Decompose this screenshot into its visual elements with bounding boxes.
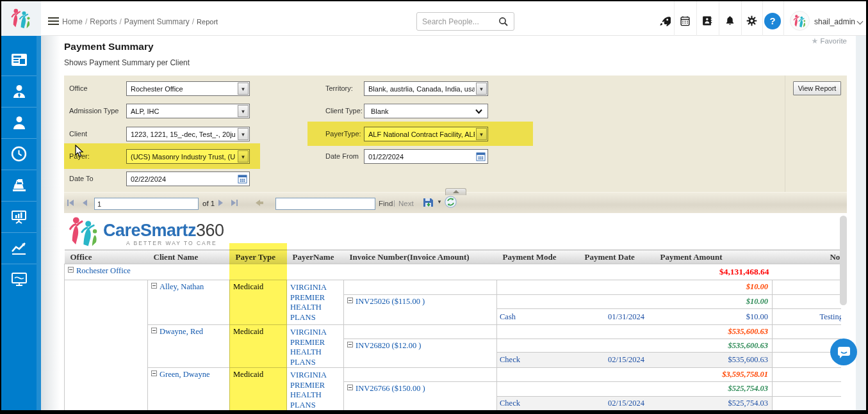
back-to-parent-button[interactable]: [256, 200, 263, 206]
dropdown-arrow-icon[interactable]: ▼: [476, 128, 487, 140]
col-invoice-number[interactable]: Invoice Number(Invoice Amount): [344, 250, 497, 264]
next-page-button[interactable]: [218, 200, 223, 206]
page-count-label: of 1: [202, 200, 215, 207]
table-header-row: Office Client Name Payer Type PayerName …: [65, 250, 842, 264]
sidebar-item-portal[interactable]: [1, 264, 37, 295]
col-client-name[interactable]: Client Name: [148, 250, 230, 264]
col-office[interactable]: Office: [65, 250, 148, 264]
sidebar-item-training[interactable]: [1, 201, 37, 232]
dropdown-arrow-icon[interactable]: ▼: [238, 83, 249, 95]
admission-type-label: Admission Type: [69, 107, 119, 115]
sidebar-item-clients[interactable]: [1, 107, 37, 138]
breadcrumb-reports[interactable]: Reports: [90, 17, 117, 26]
sidebar-scrollbar[interactable]: [37, 36, 41, 410]
parameters-collapse-tab[interactable]: [445, 188, 466, 195]
collapse-icon[interactable]: [347, 298, 353, 303]
username-label[interactable]: shail_admin: [814, 17, 855, 26]
col-payer-name[interactable]: PayerName: [287, 250, 344, 264]
client-dropdown[interactable]: 1223, 1221, 15_-dec, Test_-, 20ju▼: [126, 127, 250, 141]
user-avatar[interactable]: [790, 11, 810, 31]
dropdown-arrow-icon[interactable]: ▼: [238, 128, 249, 140]
mouse-cursor: [75, 145, 84, 157]
sidebar-item-dashboard[interactable]: [1, 44, 37, 76]
dropdown-arrow-icon[interactable]: ▼: [238, 105, 249, 117]
col-notes[interactable]: Notes: [773, 250, 842, 264]
date-from-label: Date From: [325, 152, 359, 160]
client-name[interactable]: Alley, Nathan: [160, 282, 204, 291]
report-scrollbar-thumb[interactable]: [840, 216, 847, 305]
payer-type-label: PayerType:: [325, 130, 361, 138]
export-save-icon[interactable]: [423, 197, 434, 211]
date-from-input[interactable]: 01/22/2024: [364, 149, 488, 164]
client-name[interactable]: Dwayne, Red: [160, 327, 203, 336]
collapse-icon[interactable]: [68, 267, 74, 273]
chat-widget-button[interactable]: [830, 338, 857, 365]
sidebar-item-caregivers[interactable]: [1, 76, 37, 107]
collapse-icon[interactable]: [151, 370, 157, 376]
collapse-icon[interactable]: [151, 283, 157, 289]
dropdown-arrow-icon[interactable]: ▼: [238, 150, 249, 163]
view-report-button[interactable]: View Report: [793, 81, 841, 95]
next-button[interactable]: Next: [398, 200, 414, 207]
sidebar-item-scheduling[interactable]: [1, 138, 37, 170]
favorite-toggle[interactable]: ★ Favorite: [762, 36, 847, 45]
refresh-icon[interactable]: [445, 196, 457, 211]
breadcrumb-payment-summary[interactable]: Payment Summary: [124, 17, 190, 26]
current-page-input[interactable]: [94, 198, 199, 210]
breadcrumb-home[interactable]: Home: [62, 17, 83, 26]
collapse-icon[interactable]: [151, 328, 157, 333]
col-payment-amount[interactable]: Payment Amount: [654, 250, 773, 264]
invoice-number[interactable]: INV26766 ($150.00 ): [356, 384, 425, 393]
export-dropdown-caret[interactable]: ▼: [437, 199, 442, 205]
payer-name-cell: VIRGINIA PREMIER HEALTH PLANS: [287, 325, 344, 368]
last-page-button[interactable]: [231, 200, 238, 206]
col-payment-date[interactable]: Payment Date: [584, 250, 654, 264]
menu-hamburger-icon[interactable]: [48, 17, 59, 25]
payment-date: 02/15/2024: [584, 353, 654, 368]
sidebar-item-billing[interactable]: [1, 170, 37, 201]
payer-dropdown[interactable]: (UCS) Masonry Industry Trust, (U▼: [126, 149, 250, 164]
calendar-icon[interactable]: [680, 15, 691, 29]
find-text-input[interactable]: [275, 198, 375, 210]
quick-launch-rocket-icon[interactable]: [659, 15, 671, 29]
invoice-number[interactable]: INV25026 ($115.00 ): [356, 297, 425, 306]
caresmartz-logo-icon: [10, 8, 33, 29]
client-name[interactable]: Green, Dwayne: [160, 370, 209, 379]
header-divider: [719, 1, 719, 36]
invoice-number[interactable]: INV26820 ($12.00 ): [356, 341, 421, 350]
notifications-bell-icon[interactable]: [725, 15, 735, 29]
territory-dropdown[interactable]: Blank, austrlia, Canada, India, usa▼: [364, 81, 488, 96]
calendar-picker-icon[interactable]: [238, 174, 247, 184]
settings-gear-icon[interactable]: [746, 15, 757, 29]
office-dropdown[interactable]: Rochester Office▼: [126, 81, 250, 96]
contacts-icon[interactable]: [701, 15, 712, 29]
app-logo-box[interactable]: [1, 1, 41, 36]
col-payment-mode[interactable]: Payment Mode: [497, 250, 584, 264]
previous-page-button[interactable]: [83, 200, 87, 206]
find-button[interactable]: Find: [379, 200, 393, 207]
calendar-picker-icon[interactable]: [476, 152, 486, 161]
sidebar-item-reports[interactable]: [1, 232, 37, 264]
col-payer-type[interactable]: Payer Type: [230, 250, 287, 264]
page-right-gutter: [856, 36, 866, 410]
collapse-icon[interactable]: [347, 385, 353, 390]
find-next-separator: |: [393, 199, 395, 207]
client-type-select[interactable]: Blank: [364, 104, 488, 118]
client-label: Client: [69, 130, 87, 138]
collapse-icon[interactable]: [347, 342, 353, 347]
admission-type-dropdown[interactable]: ALP, IHC▼: [126, 104, 250, 118]
first-page-button[interactable]: [67, 200, 74, 206]
dropdown-arrow-icon[interactable]: ▼: [476, 83, 487, 95]
search-people-input[interactable]: [422, 13, 494, 29]
avatar-logo-icon: [792, 14, 807, 28]
payer-type-dropdown[interactable]: ALF National Contract Facility, ALF▼: [364, 127, 488, 141]
payment-mode: Cash: [497, 309, 584, 325]
help-icon[interactable]: ?: [764, 13, 781, 29]
office-name[interactable]: Rochester Office: [76, 266, 131, 275]
search-icon[interactable]: [498, 17, 509, 27]
date-to-input[interactable]: 02/22/2024: [126, 171, 250, 186]
report-brand-tagline: A BETTER WAY TO CARE: [126, 240, 217, 246]
client-total: $10.00: [497, 280, 773, 295]
page-title: Payment Summary: [64, 41, 154, 52]
breadcrumb-report[interactable]: Report: [197, 18, 218, 26]
